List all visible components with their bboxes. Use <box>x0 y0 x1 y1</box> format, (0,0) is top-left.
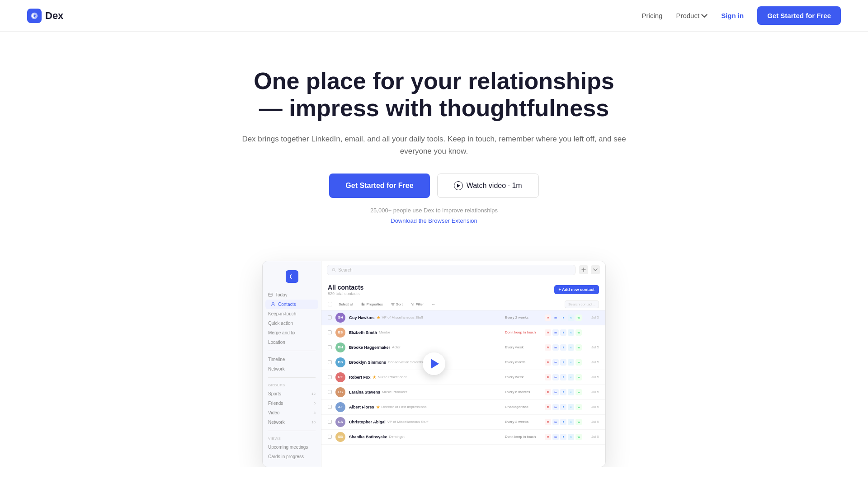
contact-row[interactable]: BH Brooke Haggermaker Actor Every week ✉… <box>321 340 605 355</box>
twitter-social-button[interactable]: t <box>568 404 574 410</box>
twitter-social-button[interactable]: t <box>568 419 574 425</box>
sidebar-item-contacts[interactable]: Contacts <box>265 300 318 309</box>
twitter-social-button[interactable]: t <box>568 389 574 395</box>
contact-row[interactable]: ES Elizbeth Smith Mentor Don't keep in t… <box>321 325 605 340</box>
more-options-button[interactable]: ··· <box>430 301 437 307</box>
whatsapp-social-button[interactable]: w <box>576 434 582 440</box>
whatsapp-social-button[interactable]: w <box>576 344 582 351</box>
svg-point-1 <box>272 303 274 305</box>
add-contact-button[interactable]: + Add new contact <box>554 285 599 294</box>
linkedin-social-button[interactable]: in <box>552 344 559 351</box>
email-social-button[interactable]: ✉ <box>545 374 551 380</box>
app-search-bar[interactable]: Search <box>327 265 576 275</box>
contact-checkbox[interactable] <box>328 420 332 424</box>
contact-checkbox[interactable] <box>328 375 332 379</box>
facebook-social-button[interactable]: f <box>560 359 566 366</box>
linkedin-social-button[interactable]: in <box>552 419 559 425</box>
extension-link[interactable]: Download the Browser Extension <box>391 217 477 224</box>
contact-checkbox[interactable] <box>328 405 332 409</box>
select-all-checkbox[interactable] <box>328 302 332 306</box>
contact-search-input[interactable]: Search contact... <box>565 300 599 308</box>
linkedin-social-button[interactable]: in <box>552 404 559 410</box>
sidebar-item-merge-fix[interactable]: Merge and fix <box>263 328 321 338</box>
linkedin-social-button[interactable]: in <box>552 329 559 336</box>
facebook-social-button[interactable]: f <box>560 404 566 410</box>
sidebar-item-timeline[interactable]: Timeline <box>263 355 321 364</box>
linkedin-social-button[interactable]: in <box>552 389 559 395</box>
twitter-social-button[interactable]: t <box>568 374 574 380</box>
linkedin-social-button[interactable]: in <box>552 314 559 321</box>
email-social-button[interactable]: ✉ <box>545 419 551 425</box>
facebook-social-button[interactable]: f <box>560 344 566 351</box>
linkedin-social-button[interactable]: in <box>552 374 559 380</box>
contact-checkbox[interactable] <box>328 360 332 364</box>
sidebar-item-network-group[interactable]: Network 10 <box>263 418 321 427</box>
brand-logo[interactable]: Dex <box>27 9 63 23</box>
contact-checkbox[interactable] <box>328 315 332 319</box>
email-social-button[interactable]: ✉ <box>545 329 551 336</box>
sidebar-item-video[interactable]: Video 8 <box>263 408 321 418</box>
contact-row[interactable]: SB Shanika Batinsyake Demingot Don't kee… <box>321 430 605 445</box>
linkedin-social-button[interactable]: in <box>552 434 559 440</box>
search-icon <box>332 268 336 272</box>
contact-row[interactable]: RF Robert Fox ★ Nurse Practitioner Every… <box>321 370 605 385</box>
contact-avatar: AF <box>335 402 345 412</box>
whatsapp-social-button[interactable]: w <box>576 374 582 380</box>
twitter-social-button[interactable]: t <box>568 359 574 366</box>
facebook-social-button[interactable]: f <box>560 434 566 440</box>
filter-button[interactable]: Filter <box>409 301 426 307</box>
pricing-link[interactable]: Pricing <box>642 12 663 19</box>
whatsapp-social-button[interactable]: w <box>576 329 582 336</box>
sidebar-item-upcoming-meetings[interactable]: Upcoming meetings <box>263 442 321 452</box>
whatsapp-social-button[interactable]: w <box>576 389 582 395</box>
sidebar-item-network[interactable]: Network <box>263 364 321 374</box>
email-social-button[interactable]: ✉ <box>545 434 551 440</box>
sidebar-item-keep-in-touch[interactable]: Keep-in-touch <box>263 309 321 319</box>
facebook-social-button[interactable]: f <box>560 374 566 380</box>
hero-cta-button[interactable]: Get Started for Free <box>329 174 429 198</box>
linkedin-social-button[interactable]: in <box>552 359 559 366</box>
contact-row[interactable]: GH Guy Hawkins ★ VP of Miscellaneous Stu… <box>321 310 605 325</box>
facebook-social-button[interactable]: f <box>560 314 566 321</box>
video-play-overlay[interactable] <box>423 352 445 375</box>
watch-video-button[interactable]: Watch video · 1m <box>437 174 539 198</box>
twitter-social-button[interactable]: t <box>568 314 574 321</box>
whatsapp-social-button[interactable]: w <box>576 314 582 321</box>
select-all-button[interactable]: Select all <box>337 301 355 307</box>
email-social-button[interactable]: ✉ <box>545 389 551 395</box>
contact-row[interactable]: LS Laraina Stevens Music Producer Every … <box>321 385 605 400</box>
email-social-button[interactable]: ✉ <box>545 359 551 366</box>
contact-checkbox[interactable] <box>328 390 332 394</box>
contact-row[interactable]: AF Albert Flores ★ Director of First Imp… <box>321 400 605 415</box>
whatsapp-social-button[interactable]: w <box>576 419 582 425</box>
email-social-button[interactable]: ✉ <box>545 344 551 351</box>
sidebar-item-quick-action[interactable]: Quick action <box>263 319 321 328</box>
contact-row[interactable]: CA Christopher Abigal VP of Miscellaneou… <box>321 415 605 430</box>
topbar-dropdown-button[interactable] <box>591 265 600 274</box>
facebook-social-button[interactable]: f <box>560 419 566 425</box>
twitter-social-button[interactable]: t <box>568 344 574 351</box>
sidebar-item-cards-in-progress[interactable]: Cards in progress <box>263 452 321 461</box>
properties-button[interactable]: Properties <box>359 301 384 307</box>
sidebar-item-location[interactable]: Location <box>263 338 321 347</box>
sidebar-item-sports[interactable]: Sports 12 <box>263 389 321 399</box>
contact-checkbox[interactable] <box>328 435 332 439</box>
nav-cta-button[interactable]: Get Started for Free <box>757 6 841 25</box>
whatsapp-social-button[interactable]: w <box>576 404 582 410</box>
facebook-social-button[interactable]: f <box>560 329 566 336</box>
product-menu[interactable]: Product <box>676 12 708 19</box>
contact-row[interactable]: BS Brooklyn Simmons Conservation Scienti… <box>321 355 605 370</box>
topbar-add-button[interactable] <box>579 265 588 274</box>
email-social-button[interactable]: ✉ <box>545 404 551 410</box>
email-social-button[interactable]: ✉ <box>545 314 551 321</box>
twitter-social-button[interactable]: t <box>568 434 574 440</box>
contact-checkbox[interactable] <box>328 345 332 349</box>
twitter-social-button[interactable]: t <box>568 329 574 336</box>
signin-link[interactable]: Sign in <box>721 12 744 19</box>
sort-button[interactable]: Sort <box>389 301 405 307</box>
sidebar-item-friends[interactable]: Friends 5 <box>263 399 321 408</box>
whatsapp-social-button[interactable]: w <box>576 359 582 366</box>
sidebar-item-today[interactable]: Today <box>263 290 321 300</box>
facebook-social-button[interactable]: f <box>560 389 566 395</box>
contact-checkbox[interactable] <box>328 330 332 334</box>
